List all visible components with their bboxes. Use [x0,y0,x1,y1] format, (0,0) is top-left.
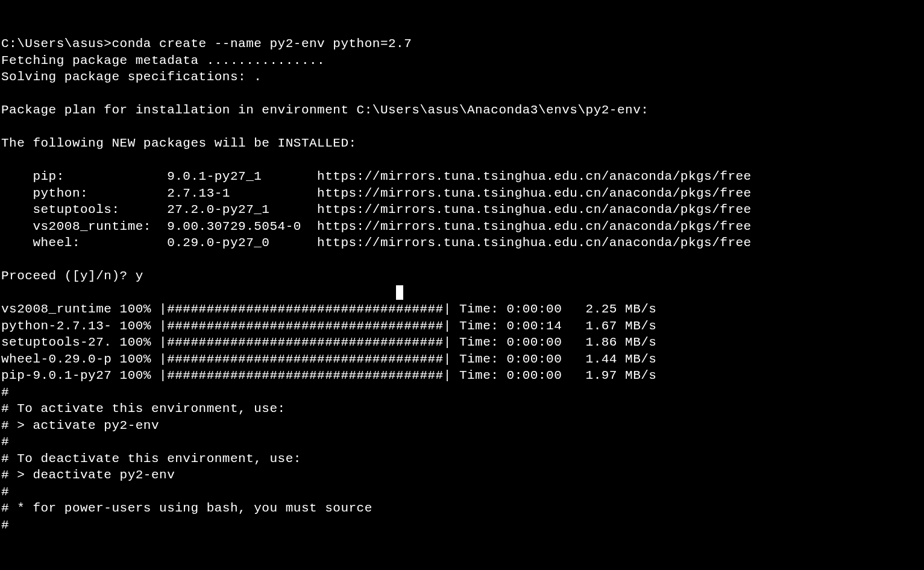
proceed-answer: y [136,269,143,283]
new-packages-header: The following NEW packages will be INSTA… [1,136,357,150]
command: conda create --name py2-env python=2.7 [112,37,412,51]
proceed-line: Proceed ([y]/n)? y [1,269,143,283]
fetching-line: Fetching package metadata ..............… [1,54,325,68]
package-list: pip: 9.0.1-py27_1 https://mirrors.tuna.t… [1,169,752,250]
terminal-output[interactable]: C:\Users\asus>conda create --name py2-en… [1,37,752,532]
cursor [396,285,403,300]
prompt: C:\Users\asus> [1,37,112,51]
plan-header: Package plan for installation in environ… [1,103,649,117]
footer-block: # # To activate this environment, use: #… [1,385,372,532]
solving-line: Solving package specifications: . [1,70,262,84]
prompt-line: C:\Users\asus>conda create --name py2-en… [1,37,412,51]
proceed-prompt: Proceed ([y]/n)? [1,269,136,283]
progress-list: vs2008_runtime 100% |###################… [1,302,656,382]
